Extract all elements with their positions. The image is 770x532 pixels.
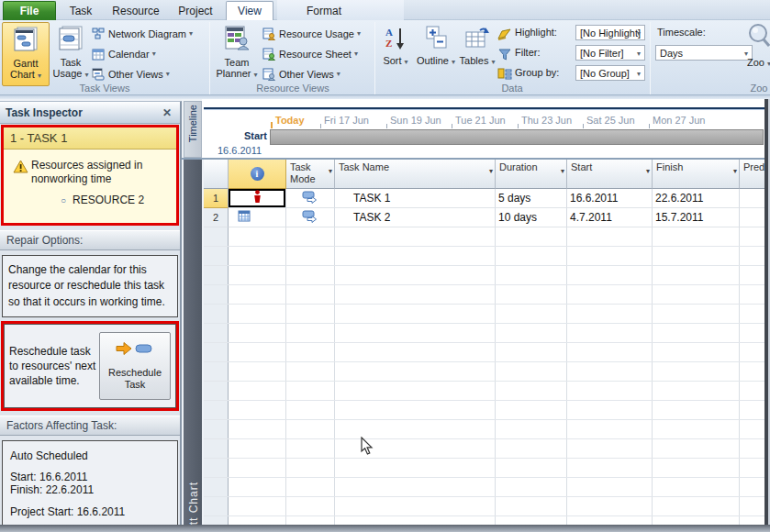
day-tick <box>452 124 452 128</box>
calendar-button[interactable]: Calendar <box>92 45 156 62</box>
group-by-icon <box>497 65 512 83</box>
team-planner-button[interactable]: Team Planner <box>213 22 261 86</box>
row-number-cell[interactable]: 1 <box>204 189 229 208</box>
info-cell[interactable] <box>229 208 286 227</box>
chevron-down-icon[interactable] <box>561 167 564 176</box>
day-tick <box>583 124 584 128</box>
resource-views-group-label: Resource Views <box>211 83 374 94</box>
today-label: Today <box>275 115 305 126</box>
calendar-indicator-icon <box>238 210 251 225</box>
highlight-combobox[interactable]: [No Highlight] <box>575 25 645 40</box>
chevron-down-icon[interactable] <box>733 167 737 176</box>
resource-sheet-button[interactable]: Resource Sheet <box>262 45 358 62</box>
sort-button[interactable]: AZ Sort <box>378 22 413 86</box>
grid-row-lines <box>204 227 764 525</box>
tab-view[interactable]: View <box>226 1 273 20</box>
chevron-down-icon[interactable] <box>489 167 493 176</box>
duration-cell[interactable]: 5 days <box>496 189 567 208</box>
data-group-label: Data <box>376 83 648 94</box>
factors-box: Auto Scheduled Start: 16.6.2011 Finish: … <box>2 440 178 527</box>
header-info-column[interactable] <box>229 160 286 189</box>
warning-resource-item: RESOURCE 2 <box>61 194 171 206</box>
network-diagram-button[interactable]: Network Diagram <box>92 25 193 42</box>
zoom-button[interactable]: Zoo <box>747 57 770 68</box>
duration-cell[interactable]: 10 days <box>496 208 567 227</box>
group-by-combobox[interactable]: [No Group] <box>575 65 645 81</box>
task-usage-icon <box>57 25 84 55</box>
task-mode-cell[interactable] <box>286 208 335 227</box>
tables-button[interactable]: Tables <box>458 22 497 86</box>
header-start[interactable]: Start <box>567 160 653 189</box>
tab-format[interactable]: Format <box>286 1 362 20</box>
day-tick <box>518 124 519 128</box>
info-icon <box>251 167 264 181</box>
header-task-mode[interactable]: Task Mode <box>286 160 335 189</box>
svg-text:A: A <box>385 27 393 38</box>
chevron-down-icon[interactable] <box>646 167 650 176</box>
factors-header: Factors Affecting Task: <box>0 416 180 436</box>
header-row-number <box>204 160 229 189</box>
ribbon-tab-bar: File Task Resource Project View Format <box>0 0 770 20</box>
day-label: Fri 17 Jun <box>324 115 369 126</box>
timeline-view-strip[interactable]: Timeline <box>184 101 202 158</box>
annotation-box-reschedule: Reschedule task to resources' next avail… <box>1 321 179 411</box>
timeline-span-bar[interactable] <box>270 129 764 145</box>
sort-label: Sort <box>383 55 407 67</box>
timescale-combobox[interactable]: Days <box>655 45 753 61</box>
resource-sheet-label: Resource Sheet <box>279 49 352 60</box>
gantt-strip-label: Gantt Chart <box>187 482 200 525</box>
task-mode-cell[interactable] <box>286 189 335 208</box>
filter-icon <box>498 45 511 62</box>
task-name-cell[interactable]: TASK 1 <box>335 189 496 208</box>
calendar-icon <box>92 48 105 61</box>
header-predecessors[interactable]: Pred <box>740 160 764 189</box>
inspector-task-header: 1 - TASK 1 <box>4 127 176 150</box>
header-finish[interactable]: Finish <box>653 160 740 189</box>
team-planner-label: Team Planner <box>213 57 261 80</box>
auto-scheduled-icon <box>302 210 319 226</box>
predecessors-cell[interactable] <box>740 189 764 208</box>
tab-project[interactable]: Project <box>167 1 224 20</box>
finish-cell[interactable]: 15.7.2011 <box>653 208 740 227</box>
task-name-cell[interactable]: TASK 2 <box>335 208 496 227</box>
network-diagram-icon <box>92 28 105 40</box>
timeline-strip-label: Timeline <box>187 105 198 142</box>
filter-combobox[interactable]: [No Filter] <box>575 45 645 61</box>
header-task-name[interactable]: Task Name <box>335 160 496 189</box>
day-tick <box>649 124 650 128</box>
task-usage-button[interactable]: Task Usage <box>51 22 90 86</box>
timeline-start-label: Start <box>228 130 267 141</box>
close-icon[interactable] <box>160 105 174 120</box>
outline-button[interactable]: Outline <box>415 22 457 86</box>
predecessors-cell[interactable] <box>740 208 764 227</box>
other-views-label: Other Views <box>108 69 163 80</box>
factor-finish: Finish: 22.6.2011 <box>10 483 170 496</box>
outline-label: Outline <box>417 55 455 67</box>
start-cell[interactable]: 4.7.2011 <box>567 208 653 227</box>
gantt-chart-view-strip[interactable]: Gantt Chart <box>184 160 202 525</box>
tab-resource[interactable]: Resource <box>105 1 167 20</box>
ribbon: Gantt Chart Task Usage Network Diagram C… <box>0 20 770 94</box>
finish-cell[interactable]: 22.6.2011 <box>653 189 740 208</box>
day-label: Sat 25 Jun <box>586 115 635 126</box>
resource-other-views-button[interactable]: Other Views <box>262 65 340 83</box>
resource-sheet-icon <box>262 48 275 61</box>
highlight-label: Highlight: <box>515 27 557 38</box>
day-label: Mon 27 Jun <box>653 115 705 126</box>
calendar-label: Calendar <box>108 49 150 60</box>
resource-usage-button[interactable]: Resource Usage <box>262 25 361 42</box>
tables-icon <box>464 25 490 53</box>
info-cell-selected[interactable] <box>229 189 286 208</box>
header-duration[interactable]: Duration <box>496 160 567 189</box>
chevron-down-icon[interactable] <box>329 167 332 176</box>
gantt-chart-button[interactable]: Gantt Chart <box>2 22 50 86</box>
resource-usage-icon <box>262 28 275 40</box>
row-number-cell[interactable]: 2 <box>204 208 229 227</box>
other-views-button[interactable]: Other Views <box>92 65 170 83</box>
day-label: Tue 21 Jun <box>455 115 506 126</box>
group-by-label: Group by: <box>515 67 559 78</box>
reschedule-task-button[interactable]: Reschedule Task <box>99 332 171 400</box>
tab-task[interactable]: Task <box>57 1 105 20</box>
start-cell[interactable]: 16.6.2011 <box>567 189 653 208</box>
tab-file[interactable]: File <box>3 1 56 20</box>
